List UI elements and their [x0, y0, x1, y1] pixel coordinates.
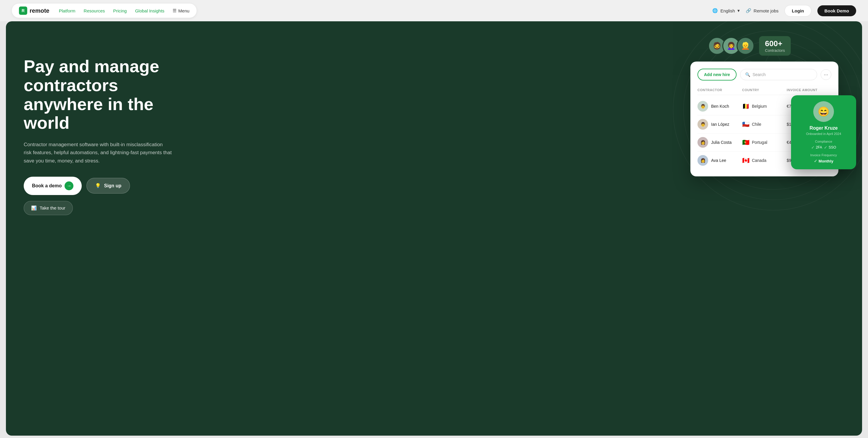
flag-icon: 🇨🇦 — [742, 157, 750, 164]
logo-text: remote — [30, 7, 50, 14]
tour-label: Take the tour — [40, 206, 65, 211]
contractor-name: Ava Lee — [711, 158, 726, 163]
avatar: 👩 — [698, 155, 708, 166]
search-icon: 🔍 — [745, 72, 750, 77]
hero-description: Contractor management software with buil… — [24, 140, 172, 165]
country-name: Chile — [752, 122, 762, 127]
signup-button[interactable]: 💡 Sign up — [87, 178, 130, 193]
col-country: COUNTRY — [742, 88, 787, 92]
invoice-freq-text: Monthly — [818, 159, 833, 163]
logo[interactable]: R remote — [19, 6, 50, 15]
nav-menu[interactable]: ☰ Menu — [173, 8, 189, 13]
flag-icon: 🇨🇱 — [742, 121, 750, 128]
nav-left-group: R remote Platform Resources Pricing Glob… — [12, 4, 196, 18]
tour-icon: 📊 — [31, 206, 37, 211]
more-options-button[interactable]: ··· — [820, 69, 831, 80]
search-box[interactable]: 🔍 Search — [740, 69, 817, 80]
sso-label: SSO — [829, 145, 836, 150]
invoice-freq-label: Invoice Frequency — [797, 153, 850, 157]
roger-name: Roger Kruze — [797, 125, 850, 131]
invoice-freq-value: ✓ Monthly — [797, 159, 850, 163]
nav-pricing[interactable]: Pricing — [113, 8, 127, 13]
col-invoice: INVOICE AMOUNT — [786, 88, 831, 92]
country-cell: 🇨🇱 Chile — [742, 121, 787, 128]
avatar-stack: 🧔 👩‍🦱 👱 — [708, 37, 754, 55]
signup-label: Sign up — [104, 183, 121, 189]
login-button[interactable]: Login — [784, 5, 811, 17]
navigation: R remote Platform Resources Pricing Glob… — [0, 0, 868, 21]
logo-icon: R — [19, 6, 27, 15]
flag-icon: 🇧🇪 — [742, 103, 750, 110]
hero-right-panel: 🧔 👩‍🦱 👱 600+ Contractors Add new hire 🔍 … — [690, 36, 838, 177]
nav-resources[interactable]: Resources — [84, 8, 105, 13]
add-new-hire-button[interactable]: Add new hire — [698, 69, 737, 81]
contractor-cell: 👩 Ava Lee — [698, 155, 742, 166]
contractors-count: 600+ Contractors — [759, 36, 791, 56]
country-cell: 🇵🇹 Portugal — [742, 139, 787, 146]
contractor-cell: 👨 Ian López — [698, 119, 742, 130]
jobs-icon: 🔗 — [746, 8, 751, 13]
country-cell: 🇧🇪 Belgium — [742, 103, 787, 110]
card-toolbar: Add new hire 🔍 Search ··· — [698, 69, 831, 81]
arrow-icon: → — [65, 181, 73, 190]
country-name: Portugal — [752, 140, 767, 145]
search-placeholder: Search — [752, 72, 766, 77]
hero-title: Pay and manage contractors anywhere in t… — [24, 57, 201, 132]
contractor-name: Ian López — [711, 122, 730, 127]
hero-buttons: Book a demo → 💡 Sign up — [24, 177, 201, 195]
nav-links: Platform Resources Pricing Global Insigh… — [59, 8, 189, 13]
language-label: English — [720, 8, 735, 13]
contractor-cell: 👨 Ben Koch — [698, 101, 742, 112]
nav-platform[interactable]: Platform — [59, 8, 75, 13]
avatar-3: 👱 — [737, 37, 754, 55]
sso-badge: ✓ SSO — [824, 145, 836, 150]
check-icon: ✓ — [811, 145, 815, 150]
country-name: Canada — [752, 158, 767, 163]
hero-section: Pay and manage contractors anywhere in t… — [6, 21, 862, 436]
menu-icon: ☰ — [173, 8, 177, 13]
book-demo-hero-button[interactable]: Book a demo → — [24, 177, 82, 195]
remote-jobs-label: Remote jobs — [754, 8, 779, 13]
flag-icon: 🇵🇹 — [742, 139, 750, 146]
col-contractor: CONTRACTOR — [698, 88, 742, 92]
contractor-name: Julia Costa — [711, 140, 732, 145]
hero-content: Pay and manage contractors anywhere in t… — [24, 39, 201, 215]
contractors-badge: 🧔 👩‍🦱 👱 600+ Contractors — [708, 36, 838, 56]
contractor-cell: 👩 Julia Costa — [698, 137, 742, 148]
2fa-badge: ✓ 2FA — [811, 145, 822, 150]
compliance-label: Compliance — [797, 140, 850, 143]
nav-right-group: 🌐 English ▾ 🔗 Remote jobs Login Book Dem… — [712, 5, 856, 17]
language-button[interactable]: 🌐 English ▾ — [712, 8, 740, 13]
country-name: Belgium — [752, 104, 767, 108]
2fa-label: 2FA — [816, 145, 822, 150]
contractor-name: Ben Koch — [711, 104, 729, 108]
nav-global-insights[interactable]: Global Insights — [135, 8, 164, 13]
chevron-down-icon: ▾ — [738, 8, 740, 13]
roger-kruze-card: 😄 Roger Kruze Onboarded in April 2024 Co… — [791, 95, 856, 169]
book-demo-nav-button[interactable]: Book Demo — [817, 5, 856, 16]
country-cell: 🇨🇦 Canada — [742, 157, 787, 164]
book-demo-label: Book a demo — [32, 183, 62, 189]
check-icon: ✓ — [814, 159, 817, 163]
table-header: CONTRACTOR COUNTRY INVOICE AMOUNT — [698, 86, 831, 95]
roger-avatar: 😄 — [813, 101, 834, 122]
lightbulb-icon: 💡 — [95, 183, 101, 189]
take-tour-button[interactable]: 📊 Take the tour — [24, 201, 73, 215]
globe-icon: 🌐 — [712, 8, 718, 13]
avatar: 👨 — [698, 101, 708, 112]
remote-jobs-button[interactable]: 🔗 Remote jobs — [746, 8, 779, 13]
check-icon: ✓ — [824, 145, 828, 150]
contractors-number: 600+ — [765, 39, 785, 48]
contractors-label: Contractors — [765, 48, 785, 53]
compliance-badges: ✓ 2FA ✓ SSO — [797, 145, 850, 150]
avatar: 👩 — [698, 137, 708, 148]
menu-label: Menu — [178, 8, 189, 13]
avatar: 👨 — [698, 119, 708, 130]
roger-onboarded: Onboarded in April 2024 — [797, 132, 850, 135]
